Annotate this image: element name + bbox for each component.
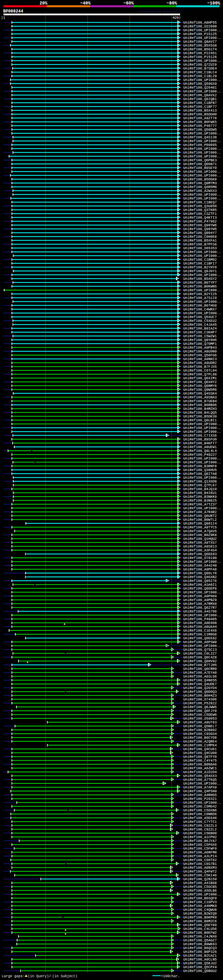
- svg-text:UniRef100_Q6IQB1: UniRef100_Q6IQB1: [183, 97, 217, 101]
- svg-text:(in Subject): (in Subject): [52, 974, 77, 978]
- svg-text:UniRef100_Q0GN71: UniRef100_Q0GN71: [183, 162, 217, 166]
- svg-text:UniRef100_A9SNA3: UniRef100_A9SNA3: [183, 396, 217, 399]
- svg-text:UniRef100_C7YTC1: UniRef100_C7YTC1: [183, 820, 217, 824]
- svg-text:UniRef100_B6SQF0: UniRef100_B6SQF0: [183, 897, 217, 900]
- svg-text:UniRef100_UPI000..: UniRef100_UPI000..: [183, 312, 221, 315]
- svg-text:UniRef100_A8UA44: UniRef100_A8UA44: [183, 625, 217, 629]
- svg-text:UniRef100_Q8MTM3: UniRef100_Q8MTM3: [183, 181, 217, 185]
- svg-text:UniRef100_A9NKC3: UniRef100_A9NKC3: [183, 357, 217, 361]
- svg-text:UniRef100_A8UEW1: UniRef100_A8UEW1: [183, 445, 217, 449]
- svg-text:UniRef100_A4S796: UniRef100_A4S796: [183, 610, 217, 614]
- svg-text:UniRef100_Q90YW5: UniRef100_Q90YW5: [183, 228, 217, 231]
- svg-text:UniRef100_B2B802: UniRef100_B2B802: [183, 728, 217, 732]
- svg-text:UniRef100_C4WRX7: UniRef100_C4WRX7: [183, 308, 217, 312]
- svg-text:UniRef100_Q8L4L4: UniRef100_Q8L4L4: [183, 449, 217, 453]
- svg-text:UniRef100_C6HT62: UniRef100_C6HT62: [183, 858, 217, 862]
- svg-text:UniRef100_C5DXN6: UniRef100_C5DXN6: [183, 808, 217, 813]
- svg-text:UniRef100_Q0D0Q3: UniRef100_Q0D0Q3: [183, 690, 217, 694]
- svg-text:UniRef100_UPI000..: UniRef100_UPI000..: [183, 147, 221, 151]
- svg-text:UniRef100_Q95276: UniRef100_Q95276: [183, 579, 217, 583]
- svg-text:UniRef100_B0KWN5: UniRef100_B0KWN5: [183, 285, 217, 288]
- svg-text:UniRef100_B6QCQ3: UniRef100_B6QCQ3: [183, 946, 217, 950]
- svg-text:UniRef100_A8E608: UniRef100_A8E608: [183, 621, 217, 625]
- svg-text:UniRef100_C9ZZL3: UniRef100_C9ZZL3: [183, 824, 217, 828]
- svg-text:UniRef100_C3ZTF1: UniRef100_C3ZTF1: [183, 212, 217, 216]
- svg-text:UniRef100_A0CLN5: UniRef100_A0CLN5: [183, 958, 217, 962]
- svg-text:UniRef100_A7S1I9: UniRef100_A7S1I9: [183, 296, 217, 300]
- svg-text:UniRef100_UPI000..: UniRef100_UPI000..: [183, 59, 221, 63]
- svg-text:UniRef100_O44248: UniRef100_O44248: [183, 564, 217, 568]
- svg-text:UniRef100_O74306: UniRef100_O74306: [183, 698, 217, 702]
- svg-text:UniRef100_P15125: UniRef100_P15125: [183, 32, 217, 36]
- svg-text:UniRef100_Q6NMY6: UniRef100_Q6NMY6: [183, 384, 217, 388]
- svg-text:UniRef100_Q5EY89: UniRef100_Q5EY89: [183, 923, 217, 927]
- svg-text:UniRef100_Q8LBI1: UniRef100_Q8LBI1: [183, 418, 217, 422]
- svg-text:UniRef100_B3RNF8: UniRef100_B3RNF8: [183, 465, 217, 468]
- svg-text:UniRef100_Q6PBE3: UniRef100_Q6PBE3: [183, 159, 217, 162]
- svg-text:~100%: ~100%: [207, 1, 220, 6]
- svg-text:UniRef100_Q9Y0H6: UniRef100_Q9Y0H6: [183, 338, 217, 342]
- svg-text:UniRef100_Q4CU60: UniRef100_Q4CU60: [183, 751, 217, 755]
- svg-text:UniRef100_C1BL29: UniRef100_C1BL29: [183, 75, 217, 78]
- svg-text:UniRef100_Q54XX3: UniRef100_Q54XX3: [183, 774, 217, 778]
- svg-text:~40%: ~40%: [80, 1, 91, 6]
- svg-text:UniRef100_Q86LY6: UniRef100_Q86LY6: [183, 571, 217, 575]
- svg-text:UniRef100_P26321: UniRef100_P26321: [183, 797, 217, 801]
- svg-text:UniRef100_UPI000..: UniRef100_UPI000..: [183, 476, 221, 480]
- svg-text:UniRef100_UPI000..: UniRef100_UPI000..: [183, 151, 221, 155]
- svg-text:UniRef100_A2WXX3: UniRef100_A2WXX3: [183, 189, 217, 193]
- svg-text:UniRef100_B2CAZ1: UniRef100_B2CAZ1: [183, 954, 217, 958]
- svg-text:UniRef100_A7TKQ5: UniRef100_A7TKQ5: [183, 778, 217, 782]
- svg-text:UniRef100_UPI000..: UniRef100_UPI000..: [183, 197, 221, 200]
- svg-text:UniRef100_UPI000..: UniRef100_UPI000..: [183, 893, 221, 897]
- svg-text:=100char.: =100char.: [161, 974, 180, 978]
- svg-text:UniRef100_B5DK39: UniRef100_B5DK39: [183, 415, 217, 418]
- svg-text:~80%: ~80%: [167, 1, 177, 6]
- svg-text:UniRef100_Q4R5M0: UniRef100_Q4R5M0: [183, 185, 217, 189]
- svg-text:UniRef100_UPI000..: UniRef100_UPI000..: [183, 29, 221, 32]
- svg-text:|1: |1: [1, 16, 5, 20]
- svg-text:UniRef100_C5GCB5: UniRef100_C5GCB5: [183, 885, 217, 889]
- svg-text:UniRef100_C0S7B1: UniRef100_C0S7B1: [183, 862, 217, 866]
- svg-text:UniRef100_UPI000..: UniRef100_UPI000..: [183, 300, 221, 304]
- svg-text:UniRef100_Q4FWT2: UniRef100_Q4FWT2: [183, 870, 217, 873]
- svg-text:UniRef100_UPI000..: UniRef100_UPI000..: [183, 782, 221, 786]
- svg-text:UniRef100_A7R4R2: UniRef100_A7R4R2: [183, 510, 217, 514]
- svg-text:UniRef100_Q6XIM1: UniRef100_Q6XIM1: [183, 377, 217, 380]
- svg-text:UniRef100_B9WK63: UniRef100_B9WK63: [183, 942, 217, 946]
- svg-text:UniRef100_Q4P5H9: UniRef100_Q4P5H9: [183, 789, 217, 793]
- svg-text:UniRef100_Q2GYD4: UniRef100_Q2GYD4: [183, 686, 217, 690]
- svg-text:UniRef100_Q86EP8: UniRef100_Q86EP8: [183, 587, 217, 591]
- svg-text:UniRef100_Q90YW6: UniRef100_Q90YW6: [183, 224, 217, 228]
- svg-text:UniRef100_UPI000..: UniRef100_UPI000..: [183, 461, 221, 465]
- svg-text:UniRef100_B6H4Z3: UniRef100_B6H4Z3: [183, 694, 217, 698]
- svg-text:UniRef100_B9SEY9: UniRef100_B9SEY9: [183, 166, 217, 170]
- svg-text:UniRef100_C1GPV3: UniRef100_C1GPV3: [183, 900, 217, 904]
- svg-text:UniRef100_A4HMK9: UniRef100_A4HMK9: [183, 904, 217, 908]
- svg-text:UniRef100_B7TJH5: UniRef100_B7TJH5: [183, 663, 217, 667]
- svg-text:UniRef100_A6RFM8: UniRef100_A6RFM8: [183, 851, 217, 854]
- svg-text:UniRef100_Q5AGZ7: UniRef100_Q5AGZ7: [183, 939, 217, 942]
- svg-text:UniRef100_UPI000..: UniRef100_UPI000..: [183, 426, 221, 430]
- svg-text:UniRef100_P46777: UniRef100_P46777: [183, 124, 217, 128]
- svg-text:UniRef100_B5DGH0: UniRef100_B5DGH0: [183, 113, 217, 116]
- svg-text:UniRef100_A5DLB6: UniRef100_A5DLB6: [183, 889, 217, 893]
- svg-text:UniRef100_B8N6A6: UniRef100_B8N6A6: [183, 763, 217, 767]
- svg-text:UniRef100_B8M2C6: UniRef100_B8M2C6: [183, 920, 217, 923]
- svg-text:UniRef100_B8P326: UniRef100_B8P326: [183, 950, 217, 954]
- svg-text:UniRef100_Q6UNT2: UniRef100_Q6UNT2: [183, 514, 217, 518]
- svg-text:UniRef100_C1E4X6: UniRef100_C1E4X6: [183, 629, 217, 633]
- svg-text:UniRef100_UPI000..: UniRef100_UPI000..: [183, 254, 221, 258]
- svg-text:UniRef100_B6KPK0: UniRef100_B6KPK0: [183, 916, 217, 920]
- svg-text:UniRef100_P49227: UniRef100_P49227: [183, 453, 217, 457]
- svg-text:UniRef100_A4RHG5: UniRef100_A4RHG5: [183, 793, 217, 797]
- svg-text:UniRef100_A7QAV5: UniRef100_A7QAV5: [183, 530, 217, 533]
- svg-text:UniRef100_UPI000..: UniRef100_UPI000..: [183, 139, 221, 143]
- svg-text:UniRef100_A6ZWC1: UniRef100_A6ZWC1: [183, 767, 217, 770]
- svg-text:UniRef100_Q1XGD8: UniRef100_Q1XGD8: [183, 480, 217, 484]
- svg-text:(in Query)/: (in Query)/: [28, 974, 51, 978]
- svg-text:UniRef100_C4QWU8: UniRef100_C4QWU8: [183, 908, 217, 912]
- svg-text:UniRef100_A3F4S4: UniRef100_A3F4S4: [183, 549, 217, 552]
- svg-text:UniRef100_O59953: UniRef100_O59953: [183, 717, 217, 721]
- svg-text:UniRef100_UPI000..: UniRef100_UPI000..: [183, 430, 221, 434]
